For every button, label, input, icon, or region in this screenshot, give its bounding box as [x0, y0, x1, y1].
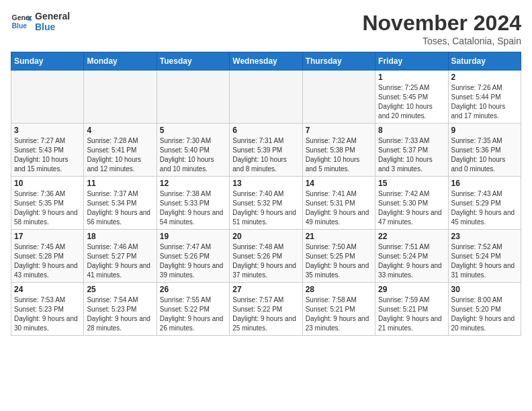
day-info: Sunrise: 7:27 AM Sunset: 5:43 PM Dayligh…: [14, 136, 81, 174]
day-info: Sunrise: 7:38 AM Sunset: 5:33 PM Dayligh…: [160, 189, 226, 227]
calendar-cell: 30Sunrise: 8:00 AM Sunset: 5:20 PM Dayli…: [448, 283, 521, 336]
day-info: Sunrise: 7:50 AM Sunset: 5:25 PM Dayligh…: [306, 242, 372, 280]
day-number: 19: [160, 232, 226, 241]
day-info: Sunrise: 7:28 AM Sunset: 5:41 PM Dayligh…: [87, 136, 153, 174]
day-info: Sunrise: 7:35 AM Sunset: 5:36 PM Dayligh…: [451, 136, 518, 174]
day-info: Sunrise: 7:54 AM Sunset: 5:23 PM Dayligh…: [87, 295, 153, 333]
day-info: Sunrise: 7:58 AM Sunset: 5:21 PM Dayligh…: [306, 295, 372, 333]
day-number: 14: [306, 179, 372, 188]
weekday-header-sunday: Sunday: [11, 52, 84, 71]
day-info: Sunrise: 7:51 AM Sunset: 5:24 PM Dayligh…: [378, 242, 445, 280]
calendar-cell: 24Sunrise: 7:53 AM Sunset: 5:23 PM Dayli…: [11, 283, 84, 336]
calendar-cell: 14Sunrise: 7:41 AM Sunset: 5:31 PM Dayli…: [302, 177, 375, 230]
day-number: 13: [232, 179, 299, 188]
calendar-cell: 6Sunrise: 7:31 AM Sunset: 5:39 PM Daylig…: [230, 124, 302, 177]
calendar-cell: 21Sunrise: 7:50 AM Sunset: 5:25 PM Dayli…: [302, 230, 375, 283]
day-info: Sunrise: 8:00 AM Sunset: 5:20 PM Dayligh…: [451, 295, 518, 333]
calendar-cell: 28Sunrise: 7:58 AM Sunset: 5:21 PM Dayli…: [302, 283, 375, 336]
logo: General Blue GeneralBlue: [11, 11, 70, 32]
day-number: 27: [232, 285, 299, 294]
day-info: Sunrise: 7:43 AM Sunset: 5:29 PM Dayligh…: [451, 189, 518, 227]
calendar-cell: [302, 71, 375, 124]
calendar-cell: 26Sunrise: 7:55 AM Sunset: 5:22 PM Dayli…: [157, 283, 229, 336]
weekday-header-tuesday: Tuesday: [157, 52, 229, 71]
day-number: 16: [451, 179, 518, 188]
calendar-cell: 17Sunrise: 7:45 AM Sunset: 5:28 PM Dayli…: [11, 230, 84, 283]
day-number: 25: [87, 285, 153, 294]
day-info: Sunrise: 7:40 AM Sunset: 5:32 PM Dayligh…: [232, 189, 299, 227]
calendar-body: 1Sunrise: 7:25 AM Sunset: 5:45 PM Daylig…: [11, 71, 521, 336]
calendar-cell: 11Sunrise: 7:37 AM Sunset: 5:34 PM Dayli…: [84, 177, 157, 230]
calendar-cell: 18Sunrise: 7:46 AM Sunset: 5:27 PM Dayli…: [84, 230, 157, 283]
day-info: Sunrise: 7:26 AM Sunset: 5:44 PM Dayligh…: [451, 83, 518, 121]
day-number: 23: [451, 232, 518, 241]
calendar-cell: 25Sunrise: 7:54 AM Sunset: 5:23 PM Dayli…: [84, 283, 157, 336]
calendar-cell: 22Sunrise: 7:51 AM Sunset: 5:24 PM Dayli…: [375, 230, 448, 283]
day-info: Sunrise: 7:48 AM Sunset: 5:26 PM Dayligh…: [232, 242, 299, 280]
calendar-cell: 20Sunrise: 7:48 AM Sunset: 5:26 PM Dayli…: [230, 230, 302, 283]
day-number: 21: [306, 232, 372, 241]
day-info: Sunrise: 7:33 AM Sunset: 5:37 PM Dayligh…: [378, 136, 445, 174]
page-header: General Blue GeneralBlue November 2024 T…: [11, 11, 521, 46]
day-number: 22: [378, 232, 445, 241]
svg-text:Blue: Blue: [12, 22, 28, 30]
title-block: November 2024 Toses, Catalonia, Spain: [362, 11, 521, 46]
day-info: Sunrise: 7:52 AM Sunset: 5:24 PM Dayligh…: [451, 242, 518, 280]
weekday-header-monday: Monday: [84, 52, 157, 71]
calendar-cell: 23Sunrise: 7:52 AM Sunset: 5:24 PM Dayli…: [448, 230, 521, 283]
day-info: Sunrise: 7:30 AM Sunset: 5:40 PM Dayligh…: [160, 136, 226, 174]
calendar-table: SundayMondayTuesdayWednesdayThursdayFrid…: [11, 52, 521, 336]
calendar-cell: 12Sunrise: 7:38 AM Sunset: 5:33 PM Dayli…: [157, 177, 229, 230]
calendar-cell: 8Sunrise: 7:33 AM Sunset: 5:37 PM Daylig…: [375, 124, 448, 177]
day-info: Sunrise: 7:42 AM Sunset: 5:30 PM Dayligh…: [378, 189, 445, 227]
calendar-cell: 2Sunrise: 7:26 AM Sunset: 5:44 PM Daylig…: [448, 71, 521, 124]
calendar-header: SundayMondayTuesdayWednesdayThursdayFrid…: [11, 52, 521, 71]
day-number: 30: [451, 285, 518, 294]
day-number: 4: [87, 126, 153, 135]
day-info: Sunrise: 7:32 AM Sunset: 5:38 PM Dayligh…: [306, 136, 372, 174]
day-number: 24: [14, 285, 81, 294]
day-number: 18: [87, 232, 153, 241]
month-title: November 2024: [362, 11, 521, 36]
day-info: Sunrise: 7:47 AM Sunset: 5:26 PM Dayligh…: [160, 242, 226, 280]
calendar-cell: 5Sunrise: 7:30 AM Sunset: 5:40 PM Daylig…: [157, 124, 229, 177]
day-number: 3: [14, 126, 81, 135]
week-row-1: 1Sunrise: 7:25 AM Sunset: 5:45 PM Daylig…: [11, 71, 521, 124]
calendar-cell: 19Sunrise: 7:47 AM Sunset: 5:26 PM Dayli…: [157, 230, 229, 283]
day-number: 6: [232, 126, 299, 135]
day-number: 10: [14, 179, 81, 188]
calendar-cell: 7Sunrise: 7:32 AM Sunset: 5:38 PM Daylig…: [302, 124, 375, 177]
day-info: Sunrise: 7:57 AM Sunset: 5:22 PM Dayligh…: [232, 295, 299, 333]
calendar-cell: 13Sunrise: 7:40 AM Sunset: 5:32 PM Dayli…: [230, 177, 302, 230]
calendar-cell: [157, 71, 229, 124]
calendar-cell: 1Sunrise: 7:25 AM Sunset: 5:45 PM Daylig…: [375, 71, 448, 124]
weekday-header-row: SundayMondayTuesdayWednesdayThursdayFrid…: [11, 52, 521, 71]
calendar-cell: [84, 71, 157, 124]
day-info: Sunrise: 7:37 AM Sunset: 5:34 PM Dayligh…: [87, 189, 153, 227]
day-number: 5: [160, 126, 226, 135]
calendar-cell: 15Sunrise: 7:42 AM Sunset: 5:30 PM Dayli…: [375, 177, 448, 230]
day-info: Sunrise: 7:46 AM Sunset: 5:27 PM Dayligh…: [87, 242, 153, 280]
calendar-cell: [11, 71, 84, 124]
day-number: 15: [378, 179, 445, 188]
day-number: 12: [160, 179, 226, 188]
day-number: 2: [451, 73, 518, 82]
day-info: Sunrise: 7:53 AM Sunset: 5:23 PM Dayligh…: [14, 295, 81, 333]
day-info: Sunrise: 7:36 AM Sunset: 5:35 PM Dayligh…: [14, 189, 81, 227]
day-number: 9: [451, 126, 518, 135]
day-number: 28: [306, 285, 372, 294]
day-info: Sunrise: 7:25 AM Sunset: 5:45 PM Dayligh…: [378, 83, 445, 121]
calendar-cell: 10Sunrise: 7:36 AM Sunset: 5:35 PM Dayli…: [11, 177, 84, 230]
logo-icon: General Blue: [11, 11, 32, 32]
location-subtitle: Toses, Catalonia, Spain: [362, 36, 521, 46]
day-info: Sunrise: 7:31 AM Sunset: 5:39 PM Dayligh…: [232, 136, 299, 174]
weekday-header-friday: Friday: [375, 52, 448, 71]
day-number: 26: [160, 285, 226, 294]
weekday-header-wednesday: Wednesday: [230, 52, 302, 71]
calendar-cell: 4Sunrise: 7:28 AM Sunset: 5:41 PM Daylig…: [84, 124, 157, 177]
week-row-4: 17Sunrise: 7:45 AM Sunset: 5:28 PM Dayli…: [11, 230, 521, 283]
day-number: 11: [87, 179, 153, 188]
calendar-cell: 27Sunrise: 7:57 AM Sunset: 5:22 PM Dayli…: [230, 283, 302, 336]
day-number: 20: [232, 232, 299, 241]
weekday-header-thursday: Thursday: [302, 52, 375, 71]
